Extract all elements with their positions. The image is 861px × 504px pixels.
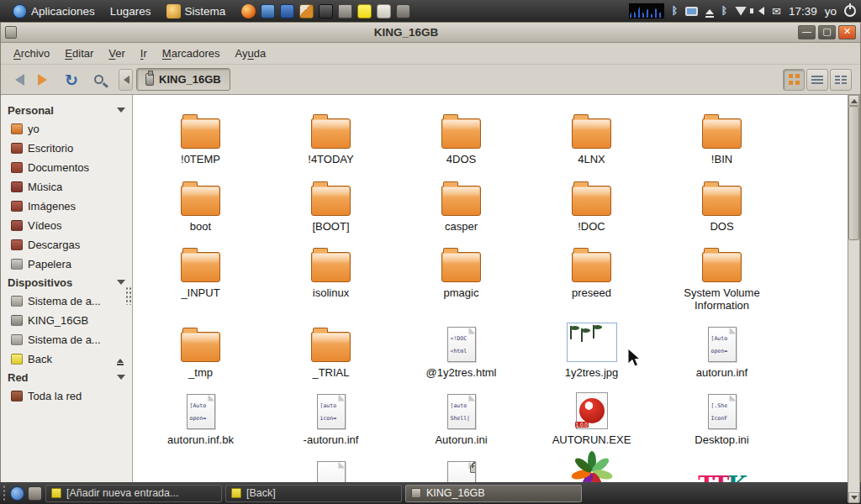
file-item-4dos[interactable]: 4DOS [399, 107, 525, 174]
section-expander-icon[interactable] [117, 375, 125, 384]
file-item-preseed[interactable]: preseed [529, 240, 655, 320]
list-view-button[interactable] [806, 69, 828, 91]
sidebar-item-king-16gb[interactable]: KING_16GB [1, 311, 132, 330]
section-expander-icon[interactable] [117, 280, 125, 289]
file-item-4today[interactable]: !4TODAY [268, 107, 394, 174]
file-item-4lnx[interactable]: 4LNX [529, 107, 655, 174]
file-item-system-volume-information[interactable]: System Volume Information [659, 240, 785, 320]
file-item-input[interactable]: _INPUT [138, 240, 264, 320]
file-item-desktop-ini[interactable]: [.She IconF IconIDesktop.ini [659, 387, 785, 454]
tools-launcher-icon[interactable] [299, 4, 314, 18]
panel-grip[interactable] [3, 485, 7, 501]
eject-icon[interactable] [705, 5, 714, 14]
file-item-1y2tres-html[interactable]: <!DOC <html <body@1y2tres.html [399, 320, 525, 387]
file-item-partial[interactable] [268, 454, 394, 483]
scrollbar-trough[interactable] [848, 106, 859, 492]
file-item-doc[interactable]: !DOC [529, 174, 655, 240]
file-item-pmagic[interactable]: pmagic [399, 240, 525, 320]
file-view[interactable]: !0TEMP!4TODAY4DOS4LNX!BINboot[BOOT]caspe… [133, 95, 860, 483]
firefox-launcher-icon[interactable] [241, 4, 256, 18]
file-item-dos[interactable]: DOS [659, 174, 785, 240]
file-item-partial[interactable] [529, 454, 655, 483]
menu-marcadores[interactable]: Marcadores [155, 45, 228, 62]
white-launcher-icon[interactable] [377, 4, 391, 18]
sidebar-item-yo[interactable]: yo [1, 119, 132, 139]
sidebar-section-dispositivos[interactable]: Dispositivos [1, 274, 132, 291]
file-item-1y2tres-jpg[interactable]: 1y2tres.jpg [529, 320, 655, 387]
file-item-autorun-inf[interactable]: [Auto open= ;iconautorun.inf [659, 320, 785, 387]
mail-icon[interactable]: ✉ [772, 6, 781, 17]
file-item-casper[interactable]: casper [399, 174, 525, 240]
vertical-scrollbar[interactable] [848, 94, 860, 502]
taskbar-item-back[interactable]: [Back] [225, 485, 402, 502]
eject-button[interactable] [117, 355, 124, 363]
file-item-isolinux[interactable]: isolinux [268, 240, 394, 320]
sidebar-item-papelera[interactable]: Papelera [1, 255, 132, 274]
user-menu[interactable]: yo [825, 5, 837, 18]
menu-ayuda[interactable]: Ayuda [227, 45, 273, 62]
sidebar-item-im-genes[interactable]: Imágenes [1, 197, 132, 216]
minimize-button[interactable]: — [798, 25, 816, 39]
panel-menu-lugares[interactable]: Lugares [103, 0, 159, 22]
sidebar-section-red[interactable]: Red [1, 369, 132, 386]
file-item-tmp[interactable]: _tmp [138, 320, 264, 387]
file-item-autorun-ini[interactable]: [auto Shell| ;IcOn=Autorun.ini [399, 387, 525, 454]
panel-menu-sistema[interactable]: Sistema [159, 0, 234, 22]
volume-icon[interactable] [754, 7, 764, 15]
pathbar-scroll-left-button[interactable] [119, 69, 133, 91]
sidebar-item-m-sica[interactable]: Música [1, 177, 132, 197]
reload-button[interactable]: ↻ [60, 68, 83, 92]
display-launcher-icon[interactable] [261, 4, 275, 18]
camera-launcher-icon[interactable] [319, 4, 333, 18]
power-icon[interactable] [844, 5, 856, 17]
sidebar-item-sistema-de-a[interactable]: Sistema de a... [1, 330, 132, 349]
camera2-launcher-icon[interactable] [338, 4, 352, 18]
sidebar-item-toda-la-red[interactable]: Toda la red [1, 386, 132, 406]
panel-menu-aplicaciones[interactable]: Aplicaciones [5, 0, 103, 22]
menu-ver[interactable]: Ver [101, 45, 133, 62]
scroll-down-button[interactable] [848, 492, 859, 503]
file-item-0temp[interactable]: !0TEMP [138, 107, 264, 174]
breadcrumb-button[interactable]: KING_16GB [136, 68, 230, 91]
file-item-bin[interactable]: !BIN [659, 107, 785, 174]
titlebar[interactable]: KING_16GB — ▢ ✕ [1, 23, 860, 43]
network-monitor-applet[interactable] [629, 3, 664, 18]
file-item-trial[interactable]: _TRIAL [268, 320, 394, 387]
sidebar-section-personal[interactable]: Personal [1, 102, 132, 119]
taskbar-item-king-16gb[interactable]: KING_16GB [405, 485, 582, 502]
taskbar-item-a-adir-nueva-entrada[interactable]: [Añadir nueva entrada... [45, 485, 222, 502]
forward-button[interactable] [33, 68, 56, 92]
sidebar-item-back[interactable]: Back [1, 349, 132, 369]
scroll-up-button[interactable] [848, 95, 859, 106]
file-item-partial[interactable]: TTK [659, 454, 785, 483]
clock[interactable]: 17:39 [789, 5, 817, 18]
scrollbar-thumb[interactable] [848, 106, 859, 240]
close-button[interactable]: ✕ [838, 25, 856, 39]
pane-resize-grip[interactable] [125, 286, 131, 305]
sidebar-item-v-deos[interactable]: Vídeos [1, 216, 132, 235]
file-item-autorun-exe[interactable]: 1.0.0AUTORUN.EXE [529, 387, 655, 454]
menu-ir[interactable]: Ir [133, 45, 155, 62]
bluetooth-icon[interactable]: ᛒ [672, 6, 678, 16]
file-item-boot[interactable]: boot [138, 174, 264, 240]
sidebar-item-escritorio[interactable]: Escritorio [1, 139, 132, 158]
search-button[interactable] [87, 68, 110, 92]
sidebar-item-descargas[interactable]: Descargas [1, 235, 132, 255]
maximize-button[interactable]: ▢ [818, 25, 836, 39]
sidebar-item-documentos[interactable]: Documentos [1, 158, 132, 177]
wifi-icon[interactable] [735, 7, 747, 16]
back-button[interactable] [6, 68, 29, 92]
file-item-partial[interactable] [399, 454, 525, 483]
gray-launcher-icon[interactable] [396, 4, 410, 18]
file-item-autorun-inf[interactable]: [auto icon= open= label-autorun.inf [268, 387, 394, 454]
show-desktop-icon[interactable] [10, 486, 24, 501]
section-expander-icon[interactable] [117, 108, 125, 117]
file-item-boot[interactable]: [BOOT] [268, 174, 394, 240]
menu-editar[interactable]: Editar [57, 45, 101, 62]
display-icon[interactable] [685, 7, 698, 16]
icon-view-button[interactable] [783, 69, 805, 91]
yellow-launcher-icon[interactable] [357, 4, 372, 18]
network-app-launcher-icon[interactable] [280, 4, 294, 18]
file-item-autorun-inf-bk[interactable]: [Auto open= ;icon :Theautorun.inf.bk [138, 387, 264, 454]
window-list-icon[interactable] [28, 486, 42, 501]
